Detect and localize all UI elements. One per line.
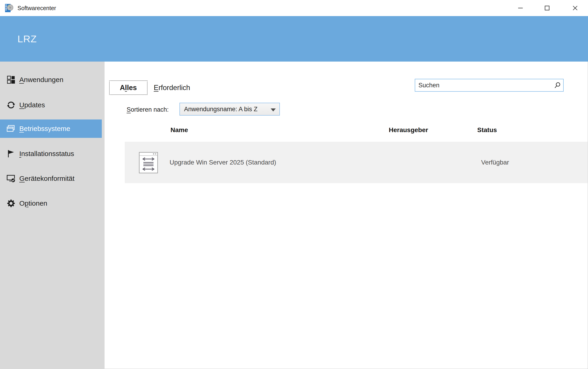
window-title: Softwarecenter (18, 0, 56, 16)
brand-text: LRZ (18, 16, 37, 62)
search-input[interactable] (415, 79, 556, 91)
search-box (415, 79, 564, 92)
maximize-icon (544, 5, 550, 11)
application-package-icon (139, 152, 158, 174)
sidebar-item-installationsstatus[interactable]: Installationsstatus (0, 144, 105, 163)
sidebar-item-optionen[interactable]: Optionen (0, 194, 105, 213)
softwarecenter-app-icon (5, 3, 14, 13)
operating-systems-icon (6, 124, 16, 133)
sidebar-item-anwendungen[interactable]: Anwendungen (0, 71, 105, 89)
close-icon (572, 5, 578, 11)
apps-grid-icon (6, 75, 16, 84)
sidebar-item-betriebssysteme[interactable]: Betriebssysteme (0, 120, 102, 138)
brand-banner: LRZ (0, 16, 588, 62)
minimize-icon (517, 5, 524, 11)
maximize-button[interactable] (542, 3, 552, 13)
table-row-upgrade-win-server-2025[interactable]: Upgrade Win Server 2025 (Standard) Verfü… (125, 142, 588, 183)
flag-icon (6, 149, 16, 158)
sort-dropdown-value: Anwendungsname: A bis Z (184, 106, 258, 113)
sidebar-item-label: Updates (19, 101, 45, 109)
gear-icon (6, 199, 16, 208)
sidebar-item-label: Optionen (19, 199, 47, 207)
column-header-herausgeber[interactable]: Herausgeber (389, 126, 428, 134)
row-name: Upgrade Win Server 2025 (Standard) (170, 142, 276, 183)
sidebar-item-updates[interactable]: Updates (0, 96, 105, 114)
row-status: Verfügbar (481, 142, 509, 183)
close-button[interactable] (570, 3, 580, 13)
sidebar-item-label: Anwendungen (19, 76, 63, 84)
sort-dropdown[interactable]: Anwendungsname: A bis Z (180, 103, 280, 116)
sidebar-item-label: Gerätekonformität (19, 175, 74, 183)
column-header-name[interactable]: Name (171, 126, 188, 134)
minimize-button[interactable] (515, 3, 526, 13)
sync-icon (6, 100, 16, 110)
tab-erforderlich[interactable]: Erforderlich (152, 81, 198, 95)
chevron-down-icon (271, 108, 276, 112)
sort-by-label: Sortieren nach: (127, 103, 169, 116)
sidebar-item-geraetekonformitaet[interactable]: Gerätekonformität (0, 169, 105, 188)
column-header-status[interactable]: Status (477, 126, 497, 134)
sidebar: Anwendungen Updates Betriebssysteme (0, 62, 105, 369)
search-icon (554, 82, 561, 89)
tab-alles[interactable]: Alles (109, 81, 148, 95)
titlebar: Softwarecenter (0, 0, 588, 16)
sidebar-item-label: Installationsstatus (19, 150, 74, 158)
sidebar-item-label: Betriebssysteme (19, 125, 70, 133)
device-compliance-icon (6, 174, 16, 183)
